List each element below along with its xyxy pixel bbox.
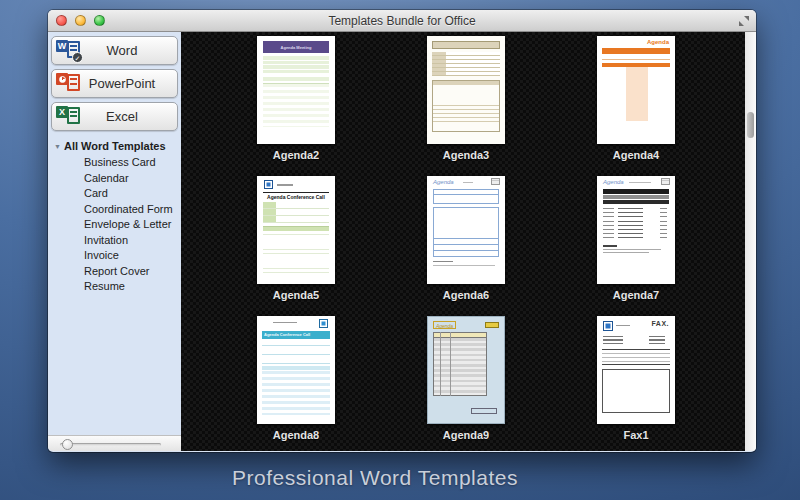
mini-page-title: Agenda Conference Call [257,194,335,200]
template-page-agenda6[interactable]: Agenda [427,176,505,284]
template-thumbnail[interactable]: Agenda Conference Call Agenda5 [211,176,381,316]
mini-page-title: Agenda [603,179,624,185]
powerpoint-icon [56,73,81,94]
powerpoint-button[interactable]: PowerPoint [51,69,178,98]
sidebar-item-resume[interactable]: Resume [48,279,181,295]
mini-subheader [602,55,670,60]
mini-header-band: Agenda Meeting [263,41,329,53]
excel-button-label: Excel [81,109,177,124]
template-page-agenda3[interactable] [427,36,505,144]
sidebar-item-card[interactable]: Card [48,186,181,202]
mini-table-divider [450,332,451,396]
desktop-background: Templates Bundle for Office W ✓ Word [0,0,800,500]
mini-page-title: Agenda [433,179,454,185]
mini-page-title: FAX. [651,320,669,327]
close-button[interactable] [56,15,67,26]
mini-table-header [263,77,329,81]
mini-text-dash [603,249,661,250]
mini-table [432,80,500,132]
zoom-button[interactable] [94,15,105,26]
template-page-agenda9[interactable]: Agenda [427,316,505,424]
template-label: Agenda8 [273,429,319,441]
template-page-agenda7[interactable]: Agenda [597,176,675,284]
sidebar-item-business-card[interactable]: Business Card [48,155,181,171]
category-list-header: All Word Templates [64,140,166,152]
mini-text-dash [433,265,495,266]
sidebar: W ✓ Word PowerPoint [48,32,181,451]
selected-check-icon: ✓ [72,52,83,63]
template-label: Fax1 [623,429,648,441]
mini-text-dash [629,182,651,183]
mini-text-dash [463,182,473,183]
sidebar-item-envelope-letter[interactable]: Envelope & Letter [48,217,181,233]
template-label: Agenda4 [613,149,659,161]
desktop-caption: Professional Word Templates [175,466,575,490]
mini-form [262,341,330,364]
window-title: Templates Bundle for Office [48,14,756,28]
template-thumbnail[interactable]: Agenda Agenda4 [551,36,721,176]
template-page-agenda2[interactable]: Agenda Meeting [257,36,335,144]
template-page-agenda4[interactable]: Agenda [597,36,675,144]
mini-text-dash [603,245,617,247]
mini-form [263,56,329,74]
stamp-icon [661,178,670,185]
template-page-fax1[interactable]: FAX. [597,316,675,424]
mini-footer-box [471,408,497,414]
template-thumbnail[interactable]: Agenda Meeting Agenda2 [211,36,381,176]
mini-text-column [660,208,667,242]
template-label: Agenda5 [273,289,319,301]
mini-header-band [432,41,500,49]
mini-text-column [603,208,614,242]
company-logo-icon [603,321,613,331]
word-button[interactable]: W ✓ Word [51,36,178,65]
template-thumbnail[interactable]: Agenda3 [381,36,551,176]
template-label: Agenda9 [443,429,489,441]
zoom-slider[interactable] [60,443,161,446]
mini-page-title: Agenda [647,39,669,45]
template-label: Agenda3 [443,149,489,161]
template-gallery: Agenda Meeting Agenda2 Agenda3 [181,32,745,451]
mini-form [432,52,500,76]
resize-icon[interactable] [739,16,749,26]
zoom-slider-knob[interactable] [62,439,73,450]
mini-table [433,207,499,257]
sidebar-group-all-word-templates[interactable]: ▼ All Word Templates [48,138,181,155]
template-thumbnail[interactable]: Agenda Agenda6 [381,176,551,316]
template-page-agenda5[interactable]: Agenda Conference Call [257,176,335,284]
mini-table [262,371,330,415]
template-page-agenda8[interactable]: Agenda Conference Call [257,316,335,424]
disclosure-triangle-icon[interactable]: ▼ [54,143,61,150]
mini-form [602,349,670,365]
vertical-scrollbar[interactable] [745,32,756,451]
mini-header-band [602,48,670,54]
stamp-icon [491,178,500,185]
powerpoint-button-label: PowerPoint [81,76,177,91]
sidebar-item-invitation[interactable]: Invitation [48,233,181,249]
mini-header-band: Agenda Conference Call [262,331,330,339]
window-titlebar[interactable]: Templates Bundle for Office [48,10,756,32]
app-window: Templates Bundle for Office W ✓ Word [48,10,756,452]
template-thumbnail[interactable]: FAX. Fax1 [551,316,721,451]
sidebar-item-report-cover[interactable]: Report Cover [48,264,181,280]
sidebar-item-coordinated-form[interactable]: Coordinated Form [48,202,181,218]
zoom-slider-strip [48,435,181,451]
mini-table [433,189,499,204]
template-thumbnail[interactable]: Agenda Conference Call Agenda8 [211,316,381,451]
mini-badge [485,322,499,328]
excel-button[interactable]: X Excel [51,102,178,131]
company-logo-icon [264,180,273,189]
mini-table [602,63,670,121]
minimize-button[interactable] [75,15,86,26]
scrollbar-thumb[interactable] [747,112,754,138]
mini-subheader [603,195,669,199]
mini-table-header [262,366,330,370]
mini-text-dash [433,261,453,262]
mini-table [263,83,329,127]
template-thumbnail[interactable]: Agenda Agenda9 [381,316,551,451]
sidebar-item-calendar[interactable]: Calendar [48,171,181,187]
template-thumbnail[interactable]: Agenda Agenda7 [551,176,721,316]
company-logo-icon [319,319,328,328]
sidebar-item-invoice[interactable]: Invoice [48,248,181,264]
template-label: Agenda2 [273,149,319,161]
mini-table-divider [440,332,441,396]
